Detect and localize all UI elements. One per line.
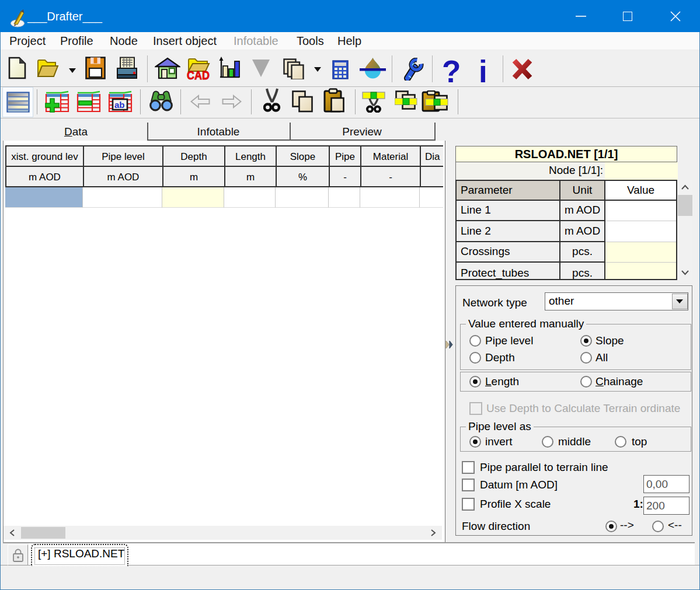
svg-text:CAD: CAD	[187, 69, 210, 81]
svg-text:ab: ab	[114, 100, 125, 110]
